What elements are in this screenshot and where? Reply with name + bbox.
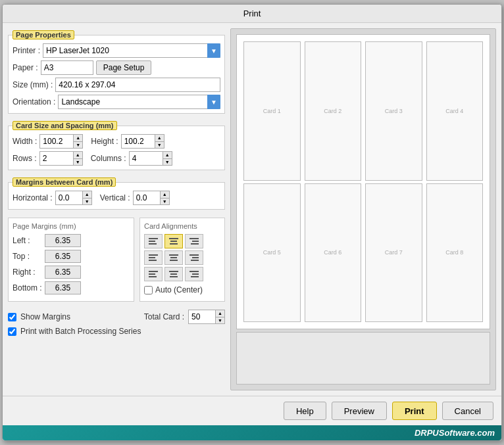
- page-setup-button[interactable]: Page Setup: [96, 60, 152, 75]
- svg-rect-1: [149, 241, 155, 242]
- orientation-select[interactable]: Landscape Portrait: [58, 95, 220, 109]
- svg-rect-10: [149, 257, 155, 258]
- show-margins-checkbox[interactable]: [8, 313, 16, 321]
- svg-rect-16: [192, 257, 199, 258]
- show-margins-row: Show Margins Total Card : ▲ ▼: [8, 310, 225, 324]
- svg-rect-8: [191, 243, 199, 245]
- margins-between-title: Margins between Card (mm): [13, 177, 116, 187]
- svg-rect-17: [191, 260, 199, 261]
- columns-down-btn[interactable]: ▼: [163, 159, 172, 166]
- align-top-left-btn[interactable]: [144, 234, 163, 248]
- size-label: Size (mm) :: [13, 80, 53, 89]
- dialog-title: Print: [3, 5, 501, 23]
- preview-row-1: Card 1 Card 2 Card 3 Card 4: [243, 41, 483, 181]
- rows-label: Rows :: [13, 154, 37, 163]
- align-bot-left-btn[interactable]: [144, 267, 163, 281]
- page-properties-title: Page Properties: [13, 30, 74, 39]
- total-card-spinner-btns: ▲ ▼: [215, 310, 224, 323]
- width-spinner-btns: ▲ ▼: [73, 135, 82, 148]
- horizontal-up-btn[interactable]: ▲: [82, 191, 91, 199]
- right-panel: Card 1 Card 2 Card 3 Card 4 Card 5 Card …: [230, 28, 496, 390]
- right-margin-input[interactable]: [45, 266, 81, 279]
- bottom-margin-label: Bottom :: [13, 283, 42, 293]
- card-alignments-box: Card Alignments: [139, 218, 225, 302]
- watermark-text: DRPUSoftware.com: [415, 428, 495, 438]
- orientation-row: Orientation : Landscape Portrait ▼: [13, 95, 220, 109]
- printer-row: Printer : HP LaserJet 1020 ▼: [13, 43, 220, 58]
- preview-cell-5: Card 5: [243, 183, 301, 323]
- align-bot-right-btn[interactable]: [185, 267, 203, 281]
- auto-center-checkbox[interactable]: [144, 286, 153, 294]
- paper-input[interactable]: [41, 60, 93, 75]
- height-spinner-btns: ▲ ▼: [155, 135, 164, 148]
- columns-input[interactable]: [130, 152, 163, 165]
- printer-select[interactable]: HP LaserJet 1020: [43, 43, 220, 58]
- print-batch-checkbox[interactable]: [8, 327, 16, 336]
- help-button[interactable]: Help: [284, 402, 326, 420]
- height-down-btn[interactable]: ▼: [155, 142, 164, 149]
- horizontal-input[interactable]: [56, 191, 82, 204]
- top-margin-input[interactable]: [45, 250, 81, 263]
- vertical-spinner: ▲ ▼: [133, 191, 170, 205]
- svg-rect-14: [170, 260, 178, 261]
- left-margin-row: Left :: [13, 234, 130, 247]
- card-size-group: Card Size and Spacing (mm) Width : ▲ ▼ H…: [8, 126, 225, 170]
- width-label: Width :: [13, 137, 37, 146]
- right-margin-row: Right :: [13, 266, 130, 279]
- svg-rect-21: [169, 271, 178, 272]
- total-card-label: Total Card :: [144, 312, 184, 321]
- svg-rect-7: [192, 241, 199, 242]
- horizontal-spinner: ▲ ▼: [55, 191, 92, 205]
- svg-rect-20: [149, 276, 157, 277]
- columns-up-btn[interactable]: ▲: [163, 152, 172, 159]
- margins-align-section: Page Margins (mm) Left : Top : Right :: [8, 218, 225, 302]
- align-mid-center-btn[interactable]: [164, 250, 183, 265]
- svg-rect-15: [189, 254, 199, 256]
- printer-label: Printer :: [13, 46, 40, 55]
- print-button[interactable]: Print: [392, 402, 437, 420]
- height-up-btn[interactable]: ▲: [155, 135, 164, 142]
- rows-down-btn[interactable]: ▼: [73, 159, 82, 166]
- preview-cell-7: Card 7: [365, 183, 422, 323]
- total-card-down-btn[interactable]: ▼: [215, 317, 224, 324]
- horizontal-label: Horizontal :: [13, 193, 53, 202]
- left-margin-input[interactable]: [45, 234, 81, 247]
- watermark: DRPUSoftware.com: [3, 425, 501, 440]
- total-card-spinner: ▲ ▼: [188, 310, 225, 324]
- svg-rect-9: [149, 254, 158, 256]
- align-mid-right-btn[interactable]: [185, 250, 203, 265]
- width-up-btn[interactable]: ▲: [73, 135, 82, 142]
- vertical-up-btn[interactable]: ▲: [160, 191, 169, 199]
- width-input[interactable]: [40, 135, 73, 148]
- page-properties-group: Page Properties Printer : HP LaserJet 10…: [8, 35, 225, 114]
- align-bot-center-btn[interactable]: [164, 267, 183, 281]
- rows-cols-row: Rows : ▲ ▼ Columns : ▲ ▼: [13, 151, 220, 166]
- total-card-input[interactable]: [189, 310, 215, 323]
- bottom-margin-input[interactable]: [45, 281, 81, 294]
- rows-up-btn[interactable]: ▲: [73, 152, 82, 159]
- height-input[interactable]: [122, 135, 155, 148]
- cancel-button[interactable]: Cancel: [442, 402, 493, 420]
- preview-button[interactable]: Preview: [332, 402, 387, 420]
- svg-rect-13: [170, 257, 177, 258]
- align-top-center-btn[interactable]: [164, 234, 183, 248]
- size-input[interactable]: [55, 78, 220, 92]
- align-top-right-btn[interactable]: [185, 234, 203, 248]
- svg-rect-25: [192, 273, 199, 275]
- top-margin-label: Top :: [13, 252, 42, 261]
- bottom-options: Show Margins Total Card : ▲ ▼ Print with…: [8, 310, 225, 336]
- total-card-up-btn[interactable]: ▲: [215, 310, 224, 317]
- horizontal-down-btn[interactable]: ▼: [82, 199, 91, 205]
- margins-between-group: Margins between Card (mm) Horizontal : ▲…: [8, 182, 225, 210]
- svg-rect-4: [170, 241, 177, 242]
- align-mid-left-btn[interactable]: [144, 250, 163, 265]
- vertical-down-btn[interactable]: ▼: [160, 199, 169, 205]
- paper-label: Paper :: [13, 63, 38, 72]
- width-down-btn[interactable]: ▼: [73, 142, 82, 149]
- page-margins-title: Page Margins (mm): [13, 222, 130, 230]
- page-margins-box: Page Margins (mm) Left : Top : Right :: [8, 218, 134, 302]
- svg-rect-24: [189, 271, 199, 272]
- rows-input[interactable]: [40, 152, 73, 165]
- orientation-select-wrap: Landscape Portrait ▼: [58, 95, 220, 109]
- vertical-input[interactable]: [134, 191, 160, 204]
